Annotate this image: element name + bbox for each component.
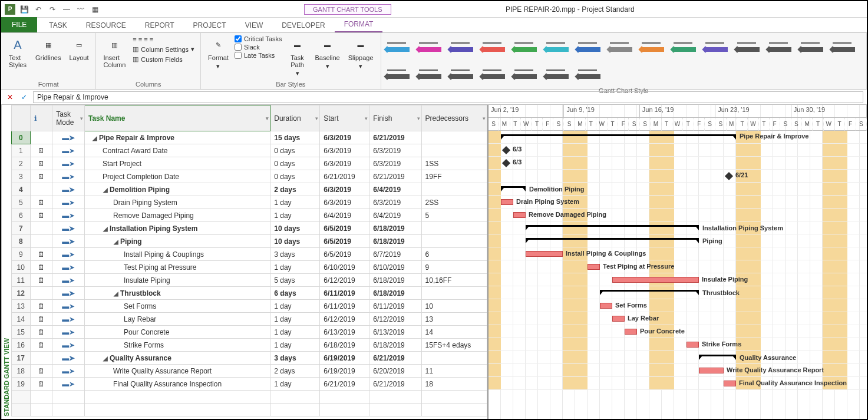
- style-swatch[interactable]: [483, 64, 509, 85]
- predecessors-cell[interactable]: 9: [421, 261, 487, 274]
- summary-bar[interactable]: Demolition Piping: [501, 186, 526, 191]
- finish-cell[interactable]: 6/21/2019: [369, 352, 421, 365]
- gantt-row[interactable]: Lay Rebar: [489, 312, 867, 325]
- task-name-cell[interactable]: Pour Concrete: [84, 326, 270, 339]
- start-cell[interactable]: 6/12/2019: [320, 274, 369, 287]
- style-swatch[interactable]: [610, 37, 636, 58]
- table-row[interactable]: 19 🗓 ▬➤ Final Quality Assurance Inspecti…: [12, 378, 487, 391]
- start-cell[interactable]: 6/3/2019: [320, 144, 369, 157]
- duration-cell[interactable]: 0 days: [270, 170, 320, 183]
- row-number[interactable]: 3: [12, 170, 31, 183]
- task-name-cell[interactable]: ◢Quality Assurance: [84, 352, 270, 365]
- row-number[interactable]: 1: [12, 144, 31, 157]
- gantt-row[interactable]: Insulate Piping: [489, 273, 867, 286]
- finish-cell[interactable]: 6/11/2019: [369, 300, 421, 313]
- finish-cell[interactable]: 6/12/2019: [369, 313, 421, 326]
- gantt-row[interactable]: Install Piping & Couplings: [489, 247, 867, 260]
- predecessors-cell[interactable]: 2SS: [421, 196, 487, 209]
- row-number[interactable]: 2: [12, 157, 31, 170]
- finish-cell[interactable]: 6/21/2019: [369, 131, 421, 144]
- text-styles-button[interactable]: AText Styles: [6, 35, 29, 70]
- start-cell[interactable]: 6/11/2019: [320, 300, 369, 313]
- row-number[interactable]: 5: [12, 196, 31, 209]
- style-swatch[interactable]: [578, 37, 604, 58]
- task-mode-cell[interactable]: ▬➤: [52, 274, 85, 287]
- summary-bar[interactable]: Thrustblock: [600, 290, 699, 295]
- predecessors-cell[interactable]: 11: [421, 365, 487, 378]
- redo-icon[interactable]: ↷: [47, 4, 58, 15]
- start-cell[interactable]: 6/3/2019: [320, 157, 369, 170]
- tab-project[interactable]: PROJECT: [184, 18, 236, 32]
- style-swatch[interactable]: [769, 37, 795, 58]
- start-cell[interactable]: 6/12/2019: [320, 313, 369, 326]
- table-row[interactable]: 17 ▬➤ ◢Quality Assurance 3 days 6/19/201…: [12, 352, 487, 365]
- finish-cell[interactable]: 6/7/2019: [369, 248, 421, 261]
- finish-cell[interactable]: 6/18/2019: [369, 222, 421, 235]
- finish-cell[interactable]: 6/18/2019: [369, 287, 421, 300]
- task-mode-cell[interactable]: ▬➤: [52, 157, 85, 170]
- task-name-cell[interactable]: Remove Damaged Piping: [84, 209, 270, 222]
- table-row[interactable]: 8 ▬➤ ◢Piping 10 days 6/5/2019 6/18/2019: [12, 235, 487, 248]
- row-number[interactable]: 0: [12, 131, 31, 144]
- table-row[interactable]: 5 🗓 ▬➤ Drain Piping System 1 day 6/3/201…: [12, 196, 487, 209]
- task-name-cell[interactable]: Project Completion Date: [84, 170, 270, 183]
- row-number[interactable]: 9: [12, 248, 31, 261]
- duration-cell[interactable]: 0 days: [270, 144, 320, 157]
- table-row[interactable]: 2 🗓 ▬➤ Start Project 0 days 6/3/2019 6/3…: [12, 157, 487, 170]
- row-number[interactable]: 14: [12, 313, 31, 326]
- start-cell[interactable]: 6/5/2019: [320, 222, 369, 235]
- task-bar[interactable]: Set Forms: [600, 303, 612, 309]
- style-swatch[interactable]: [451, 64, 477, 85]
- gantt-row[interactable]: 6/3: [489, 144, 867, 157]
- task-mode-cell[interactable]: ▬➤: [52, 131, 85, 144]
- milestone-marker[interactable]: [725, 172, 733, 180]
- table-row[interactable]: 13 🗓 ▬➤ Set Forms 1 day 6/11/2019 6/11/2…: [12, 300, 487, 313]
- predecessors-cell[interactable]: 1SS: [421, 157, 487, 170]
- duration-cell[interactable]: 15 days: [270, 131, 320, 144]
- predecessors-cell[interactable]: 10: [421, 300, 487, 313]
- tab-format[interactable]: FORMAT: [335, 17, 383, 32]
- style-swatch[interactable]: [737, 37, 763, 58]
- finish-cell[interactable]: 6/21/2019: [369, 378, 421, 391]
- task-mode-cell[interactable]: ▬➤: [52, 170, 85, 183]
- predecessors-cell[interactable]: 13: [421, 313, 487, 326]
- task-mode-cell[interactable]: ▬➤: [52, 365, 85, 378]
- task-name-cell[interactable]: ◢Pipe Repair & Improve: [84, 131, 270, 144]
- col-predecessors[interactable]: Predecessors▾: [421, 105, 487, 131]
- task-name-cell[interactable]: Insulate Piping: [84, 274, 270, 287]
- task-bar[interactable]: Final Quality Assurance Inspection: [724, 381, 736, 386]
- duration-cell[interactable]: 2 days: [270, 365, 320, 378]
- gantt-row[interactable]: Thrustblock: [489, 286, 867, 299]
- style-swatch[interactable]: [514, 64, 540, 85]
- col-rownum[interactable]: [12, 105, 31, 131]
- duration-cell[interactable]: 1 day: [270, 300, 320, 313]
- predecessors-cell[interactable]: [421, 144, 487, 157]
- task-mode-cell[interactable]: ▬➤: [52, 196, 85, 209]
- task-name-cell[interactable]: ◢Piping: [84, 235, 270, 248]
- duration-cell[interactable]: 3 days: [270, 352, 320, 365]
- col-task-name[interactable]: Task Name▾: [84, 105, 270, 131]
- gantt-row[interactable]: Pour Concrete: [489, 325, 867, 338]
- table-row[interactable]: 4 ▬➤ ◢Demolition Piping 2 days 6/3/2019 …: [12, 183, 487, 196]
- gridlines-button[interactable]: ▦Gridlines: [33, 35, 63, 62]
- task-mode-cell[interactable]: ▬➤: [52, 352, 85, 365]
- style-swatch[interactable]: [674, 37, 699, 58]
- row-number[interactable]: 13: [12, 300, 31, 313]
- finish-cell[interactable]: 6/20/2019: [369, 365, 421, 378]
- predecessors-cell[interactable]: [421, 352, 487, 365]
- task-bar[interactable]: Write Quality Assurance Report: [699, 368, 724, 373]
- gantt-row[interactable]: Quality Assurance: [489, 351, 867, 364]
- predecessors-cell[interactable]: [421, 235, 487, 248]
- table-row[interactable]: 10 🗓 ▬➤ Test Piping at Pressure 1 day 6/…: [12, 261, 487, 274]
- task-name-cell[interactable]: ◢Thrustblock: [84, 287, 270, 300]
- custom-fields-button[interactable]: ▥ Custom Fields: [131, 55, 196, 64]
- start-cell[interactable]: 6/3/2019: [320, 131, 369, 144]
- row-number[interactable]: 19: [12, 378, 31, 391]
- task-mode-cell[interactable]: ▬➤: [52, 287, 85, 300]
- late-tasks-checkbox[interactable]: Late Tasks: [235, 52, 282, 59]
- summary-bar[interactable]: Quality Assurance: [699, 355, 736, 359]
- gantt-row[interactable]: 6/3: [489, 157, 867, 170]
- task-bar[interactable]: Install Piping & Couplings: [526, 251, 563, 257]
- gantt-row[interactable]: Test Piping at Pressure: [489, 260, 867, 273]
- task-mode-cell[interactable]: ▬➤: [52, 326, 85, 339]
